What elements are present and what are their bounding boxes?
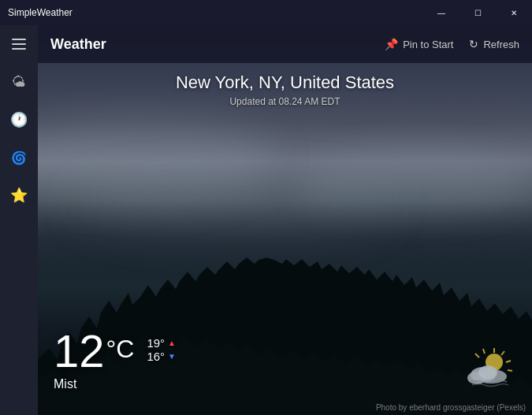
minimize-button[interactable]: — [423,0,459,25]
svg-line-1 [501,351,504,355]
close-button[interactable]: ✕ [496,0,532,25]
wind-icon: 🌀 [11,150,27,165]
high-temp-icon: ▲ [168,339,176,347]
main-temperature: 12 [54,328,105,374]
low-temp-icon: ▼ [168,352,176,361]
sidebar-item-wind[interactable]: 🌀 [0,139,38,176]
updated-time: Updated at 08.24 AM EDT [38,96,532,107]
content-area: Weather 📌 Pin to Start ↻ Refresh New Yor… [38,25,532,415]
sun-cloud-icon: 🌤 [12,74,26,91]
pin-to-start-label: Pin to Start [403,39,453,50]
svg-point-10 [478,365,497,380]
sidebar-item-hourly[interactable]: 🕐 [0,101,38,139]
refresh-icon: ↻ [469,38,478,50]
refresh-label: Refresh [483,39,519,50]
sidebar-hamburger-button[interactable] [0,25,38,63]
title-bar-left: SimpleWeather [8,7,73,18]
pin-to-start-button[interactable]: 📌 Pin to Start [385,38,453,50]
pin-icon: 📌 [385,38,398,50]
sidebar-item-favorites[interactable]: ⭐ [0,176,38,214]
title-bar-controls: — ☐ ✕ [423,0,532,25]
weather-icon-container [461,345,516,391]
svg-line-4 [483,349,485,354]
svg-line-5 [475,354,479,358]
clock-icon: 🕐 [10,111,28,128]
maximize-button[interactable]: ☐ [459,0,496,25]
sidebar: 🌤 🕐 🌀 ⭐ [0,25,38,415]
hamburger-icon [12,39,26,50]
top-bar: Weather 📌 Pin to Start ↻ Refresh [38,25,532,63]
sidebar-item-current-weather[interactable]: 🌤 [0,63,38,101]
hi-lo-container: 19° ▲ 16° ▼ [147,336,176,363]
temperature-unit: °C [106,335,135,364]
photo-credit: Photo by eberhard grossgasteiger (Pexels… [376,403,526,412]
svg-line-2 [506,361,511,362]
weather-condition: Mist [54,377,176,391]
top-bar-right: 📌 Pin to Start ↻ Refresh [385,38,519,50]
high-temp-value: 19° [147,336,165,350]
low-temperature: 16° ▼ [147,350,176,363]
low-temp-value: 16° [147,350,165,363]
title-bar: SimpleWeather — ☐ ✕ [0,0,532,25]
app-container: 🌤 🕐 🌀 ⭐ Weather 📌 [0,25,532,415]
mist-layer-3 [77,183,392,230]
temperature-row: 12 °C 19° ▲ 16° ▼ [54,328,176,374]
city-name: New York, NY, United States [38,72,532,93]
svg-line-3 [508,370,512,371]
app-title-label: SimpleWeather [8,7,73,18]
weather-info: 12 °C 19° ▲ 16° ▼ Mist [54,328,176,391]
location-header: New York, NY, United States Updated at 0… [38,72,532,107]
partly-cloudy-icon [461,345,516,388]
refresh-button[interactable]: ↻ Refresh [469,38,519,50]
star-icon: ⭐ [10,187,28,204]
high-temperature: 19° ▲ [147,336,176,350]
app-name-label: Weather [50,36,106,53]
